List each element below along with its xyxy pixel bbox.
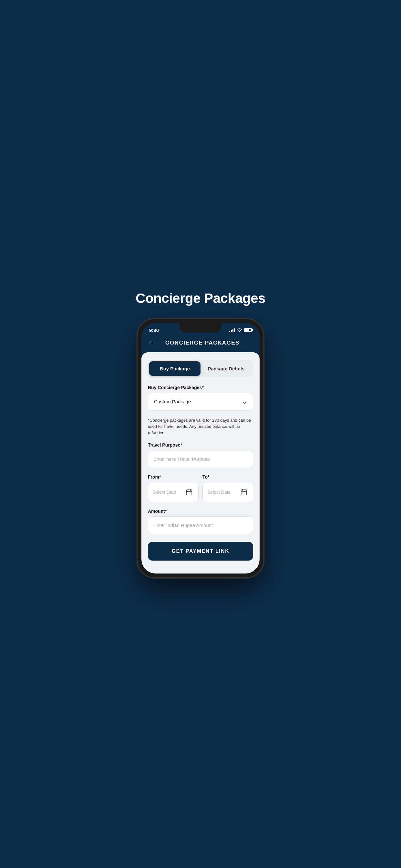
svg-point-11 [242,493,243,493]
svg-rect-0 [187,490,192,495]
package-label: Buy Concierge Packages* [148,385,253,390]
date-row: From* Select Date [148,474,253,502]
svg-point-12 [243,493,244,493]
back-button[interactable]: ← [148,339,155,347]
notch [180,323,221,333]
to-date-field[interactable]: Select Date [203,482,253,502]
tab-buy-package[interactable]: Buy Package [149,361,201,376]
calendar-to-icon [239,488,248,497]
from-label: From* [148,474,198,479]
amount-label: Amount* [148,508,253,514]
svg-point-5 [189,493,189,493]
signal-icon [229,328,235,332]
amount-input[interactable] [148,516,253,534]
phone-screen: 9:30 ← CONCIERGE PACKAGES [142,323,259,574]
travel-purpose-input[interactable] [148,450,253,468]
status-icons [229,328,252,333]
phone-frame: 9:30 ← CONCIERGE PACKAGES [137,319,264,578]
content-area: Buy Package Package Details Buy Concierg… [142,352,259,574]
package-dropdown[interactable]: Custom Package ⌄ [148,393,253,411]
status-time: 9:30 [149,328,159,333]
from-date-placeholder: Select Date [153,490,176,495]
svg-rect-7 [241,490,247,495]
get-payment-link-button[interactable]: GET PAYMENT LINK [148,542,253,561]
svg-point-6 [190,493,191,493]
svg-point-13 [245,493,245,493]
calendar-from-icon [185,488,194,497]
package-group: Buy Concierge Packages* Custom Package ⌄ [148,385,253,411]
to-date-group: To* Select Date [203,474,253,502]
header-title: CONCIERGE PACKAGES [159,340,246,346]
page-title: Concierge Packages [135,290,266,306]
app-header: ← CONCIERGE PACKAGES [142,335,259,352]
travel-purpose-group: Travel Purpose* [148,442,253,468]
tab-switcher: Buy Package Package Details [148,360,253,377]
to-date-placeholder: Select Date [207,490,230,495]
svg-point-4 [188,493,188,493]
tab-package-details[interactable]: Package Details [201,361,252,376]
travel-purpose-label: Travel Purpose* [148,442,253,447]
chevron-down-icon: ⌄ [242,398,247,405]
from-date-field[interactable]: Select Date [148,482,198,502]
amount-group: Amount* [148,508,253,534]
from-date-group: From* Select Date [148,474,198,502]
to-label: To* [203,474,253,479]
info-text: *Concierge packages are valid for 180 da… [148,417,253,436]
wifi-icon [237,328,242,333]
battery-icon [244,328,252,332]
package-value: Custom Package [154,399,191,404]
